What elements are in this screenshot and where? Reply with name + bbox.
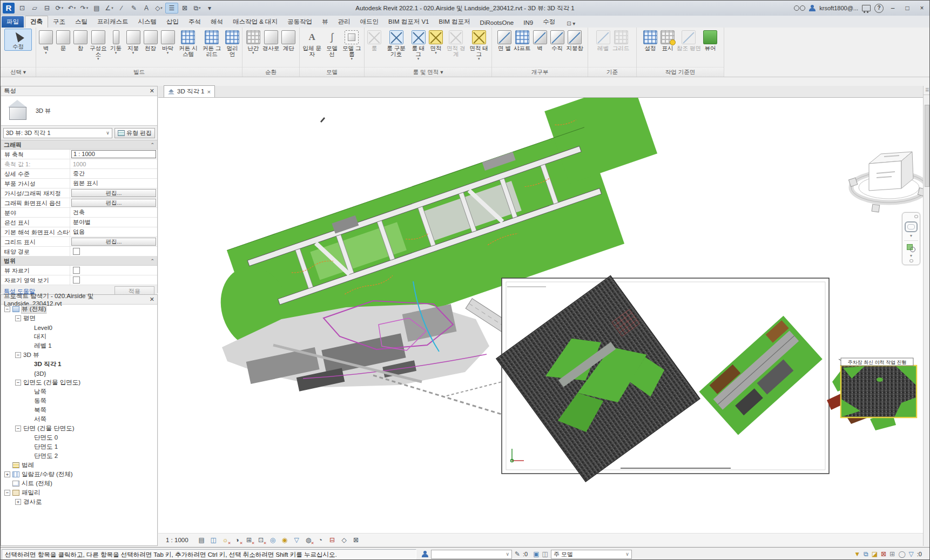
reveal-hidden-icon[interactable]: ◉ [280,535,289,544]
tree-expander[interactable] [15,499,21,505]
canvas-scrollbar[interactable]: ☰ [923,86,930,546]
ribbon-tab[interactable]: DiRootsOne [475,18,519,28]
edit-button[interactable]: 편집... [71,199,156,207]
vertical-opening-button[interactable]: 수직 [549,29,566,52]
ribbon-tab[interactable]: 구조 [48,16,70,28]
shadows-icon[interactable]: ◑ [233,535,242,544]
reveal-constraints-icon[interactable]: ⊟ [328,535,337,544]
set-workplane-button[interactable]: 설정 [642,29,659,52]
help-icon[interactable]: ? [874,4,884,13]
select-underlay-icon[interactable]: ◪ [872,550,878,558]
ribbon-tab[interactable]: BIM 컴포저 [434,16,475,28]
tree-item[interactable]: 3D 뷰 [1,350,157,360]
tree-item[interactable]: 레벨 1 [1,341,157,350]
wall-opening-button[interactable]: 벽 [531,29,549,52]
ribbon-tab[interactable]: IN9 [518,18,538,28]
tree-item[interactable]: 단면 (건물 단면도) [1,424,157,433]
active-design-option-dropdown[interactable]: 주 모델∨ [551,550,632,559]
tree-item[interactable]: 남쪽 [1,387,157,396]
worksharing-status-icon[interactable]: ▼ [854,550,860,558]
drag-on-selection-icon[interactable]: ◯ [898,550,905,558]
railing-button[interactable]: 난간 [245,29,262,55]
tree-item[interactable]: 단면도 0 [1,433,157,442]
save-icon[interactable]: ⊟ [41,3,53,13]
tree-expander[interactable] [15,426,21,431]
signed-in-user[interactable]: krsoft1800@... [819,5,858,11]
scrollbar-thumb[interactable] [925,105,929,187]
ribbon-tab[interactable]: 매스작업 & 대지 [228,16,282,28]
room-tag-button[interactable]: 룸 태그 [409,29,427,60]
tree-item[interactable]: 동쪽 [1,396,157,406]
edit-type-button[interactable]: 유형 편집 [114,128,155,138]
edit-button[interactable]: 편집... [71,238,156,246]
navbar-settings-icon[interactable] [909,259,913,262]
ribbon-tab[interactable]: 프리캐스트 [92,16,133,28]
tree-item[interactable]: 패밀리 [1,488,157,497]
ribbon-tab[interactable]: 관리 [333,16,355,28]
ribbon-tab[interactable]: 애드인 [355,16,384,28]
section-icon[interactable]: ◇ [153,3,165,13]
show-crop-icon[interactable]: ⊡ [257,535,266,544]
design-options-edit-icon[interactable]: ◫ [542,550,548,558]
opening-by-face-button[interactable]: 면 별 [496,29,513,52]
line-icon[interactable]: ∕ [116,3,127,13]
active-workset-dropdown[interactable]: ∨ [431,550,512,559]
ribbon-tab[interactable]: 삽입 [161,16,184,28]
tree-item[interactable]: 평면 [1,314,157,323]
curtain-grid-button[interactable]: 커튼 그리드 [200,29,224,58]
worksharing-display-icon[interactable]: ◇ [340,535,349,544]
modify-button[interactable]: 수정 [4,29,32,51]
panel-select-label[interactable]: 선택 ▾ [1,67,36,77]
drawing-canvas[interactable]: 주차장 최신 야적 작업 진행 [158,98,923,546]
panel-room-area-label[interactable]: 룸 및 면적 ▾ [365,67,491,77]
crop-visible-checkbox[interactable] [73,276,80,284]
measure-icon[interactable]: ∠ [103,3,115,13]
select-by-face-icon[interactable]: ⊞ [889,550,895,558]
view-scale-input[interactable]: 1 : 1000 [71,150,156,158]
ribbon-tab[interactable]: 스틸 [70,16,92,28]
model-text-button[interactable]: 입체 문자 [301,29,323,58]
pencil-icon[interactable]: ✎ [128,3,140,13]
tree-item[interactable]: 서쪽 [1,415,157,424]
sync-icon[interactable]: ⟳ [53,3,65,13]
view-tab[interactable]: 3D 직각 1 × [164,85,215,97]
new-document-icon[interactable]: ⊡ [16,3,28,13]
worksets-icon[interactable] [422,551,428,557]
highlight-displacement-icon[interactable]: ◔ [316,535,325,544]
temporary-view-properties-icon[interactable]: ▽ [292,535,301,544]
dormer-button[interactable]: 지붕창 [566,29,584,52]
tree-item[interactable]: {3D} [1,369,157,378]
tree-item[interactable]: 단면도 1 [1,442,157,451]
area-button[interactable]: 면적 [427,29,444,55]
close-button[interactable]: × [916,4,927,12]
tree-item[interactable]: 북쪽 [1,406,157,415]
tree-item[interactable]: 경사로 [1,497,157,507]
select-links-icon[interactable]: ⧉ [864,550,868,558]
view-tab-close-icon[interactable]: × [207,89,211,95]
ribbon-tab[interactable]: 주석 [184,16,206,28]
zoom-menu-chevron-icon[interactable]: ▼ [909,254,913,258]
view-scale-control[interactable]: 1 : 1000 [166,537,188,543]
type-selector[interactable]: 3D 뷰 [1,96,157,126]
column-button[interactable]: 기둥 [107,29,125,55]
wall-button[interactable]: 벽 [37,29,55,55]
editing-requests-icon[interactable]: ✎ [515,550,520,558]
tree-item[interactable]: 범례 [1,461,157,470]
revit-logo[interactable]: R [3,3,15,14]
design-options-icon[interactable]: ▣ [533,550,539,558]
tree-item[interactable]: 대지 [1,332,157,341]
ceiling-button[interactable]: 천장 [142,29,159,52]
crop-view-icon[interactable]: ⊞ [245,535,254,544]
text-icon[interactable]: A [140,3,152,13]
component-button[interactable]: 구성요소 [89,29,107,60]
tree-expander[interactable] [4,471,10,477]
steering-wheel-icon[interactable] [905,221,918,232]
search-icon[interactable] [794,5,805,11]
tree-expander[interactable] [4,306,10,312]
tree-item[interactable]: 입면도 (건물 입면도) [1,378,157,387]
door-button[interactable]: 문 [55,29,72,52]
ribbon-tab[interactable]: 건축 [25,16,48,28]
minimize-button[interactable]: – [887,4,898,12]
switch-windows-icon[interactable]: ⧉ [191,3,203,13]
open-icon[interactable]: ▱ [29,3,41,13]
